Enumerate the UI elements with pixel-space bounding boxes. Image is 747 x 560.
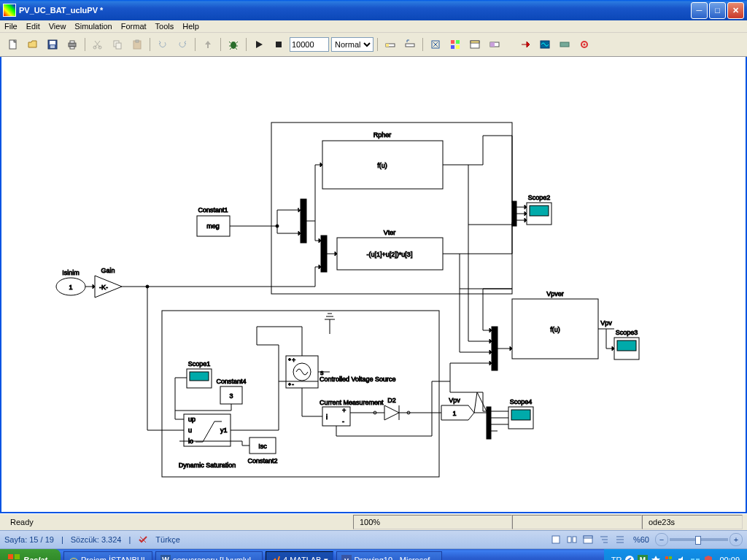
stop-icon (273, 39, 285, 50)
zoom-slider[interactable] (670, 538, 728, 541)
fullscreen-reading-button[interactable] (565, 532, 579, 547)
start-sim-button[interactable] (250, 36, 268, 53)
svg-text:M: M (640, 556, 646, 560)
measurement-button[interactable] (556, 36, 573, 53)
vter-fn: -(u[1]+u[2])*u[3] (367, 251, 413, 258)
start-button[interactable]: Başlat (0, 549, 61, 560)
tray-back-icon[interactable] (624, 555, 635, 560)
svg-rect-91 (669, 556, 672, 559)
svg-text:y1: y1 (220, 427, 228, 434)
red-arrow-icon (519, 39, 531, 50)
svg-point-30 (584, 44, 586, 46)
word-language[interactable]: Türkçe (155, 535, 180, 544)
dynsat-label: Dynamic Saturation (179, 462, 236, 469)
taskbar-item[interactable]: W sonucraporu [Uyumlul... (155, 551, 263, 560)
print-button[interactable] (63, 36, 81, 53)
bug-icon (228, 39, 239, 50)
menu-help[interactable]: Help (182, 22, 199, 31)
powergui-button[interactable] (516, 36, 534, 53)
word-page[interactable]: Sayfa: 15 / 19 (4, 535, 54, 544)
language-indicator[interactable]: TR (611, 556, 622, 560)
visio-icon: V (341, 555, 352, 560)
scope-viewer-button[interactable] (536, 36, 554, 53)
model-explorer-button[interactable] (466, 36, 484, 53)
simulation-mode-select[interactable]: Normal (331, 37, 374, 52)
svg-rect-35 (321, 236, 327, 272)
svg-rect-74 (568, 537, 571, 542)
redo-button[interactable] (174, 36, 191, 53)
svg-text:+: + (342, 407, 346, 414)
vpv2-label: Vpv (449, 397, 460, 404)
update-diagram-button[interactable] (427, 36, 444, 53)
settings-button[interactable] (576, 36, 593, 53)
gear-icon (578, 39, 590, 50)
library-browser-button[interactable] (446, 36, 464, 53)
close-button[interactable]: ✕ (727, 2, 744, 19)
taskbar-item[interactable]: V Drawing10 - Microsof... (336, 551, 441, 560)
minimize-button[interactable]: ─ (691, 2, 708, 19)
svg-text:-: - (342, 418, 344, 425)
new-button[interactable] (4, 36, 22, 53)
open-button[interactable] (24, 36, 42, 53)
undo-button[interactable] (154, 36, 171, 53)
menu-view[interactable]: View (49, 22, 66, 31)
svg-rect-90 (665, 556, 668, 559)
up-level-button[interactable] (199, 36, 217, 53)
maximize-button[interactable]: □ (709, 2, 726, 19)
tray-m-icon[interactable]: M (638, 555, 648, 560)
svg-rect-21 (451, 45, 454, 49)
menu-file[interactable]: File (4, 22, 18, 31)
svg-rect-78 (8, 554, 13, 559)
svg-text:s: s (320, 369, 324, 376)
copy-button[interactable] (109, 36, 126, 53)
scope1-label: Scope1 (188, 360, 211, 368)
menu-edit[interactable]: Edit (26, 22, 40, 31)
cut-button[interactable] (89, 36, 107, 53)
svg-text:i: i (326, 413, 328, 421)
web-layout-button[interactable] (581, 532, 595, 547)
tray-network-icon[interactable] (690, 555, 700, 560)
proofing-icon[interactable] (138, 534, 148, 545)
outline-button[interactable] (597, 532, 611, 547)
tray-star-icon[interactable] (651, 555, 661, 560)
print-layout-button[interactable] (549, 532, 563, 547)
incremental-build-button[interactable] (401, 36, 419, 53)
svg-point-49 (289, 359, 291, 361)
word-zoom[interactable]: %60 (633, 535, 649, 544)
svg-rect-2 (50, 41, 55, 44)
svg-rect-4 (69, 43, 76, 47)
taskbar-item-active[interactable]: 4 MATLAB ▾ (266, 551, 333, 560)
save-button[interactable] (44, 36, 61, 53)
simulation-time-input[interactable] (290, 37, 329, 52)
stop-sim-button[interactable] (270, 36, 287, 53)
paste-button[interactable] (128, 36, 146, 53)
build-button[interactable] (382, 36, 399, 53)
tray-shield-icon[interactable] (703, 555, 713, 560)
tray-flag-icon[interactable] (664, 555, 674, 560)
menu-format[interactable]: Format (121, 22, 147, 31)
system-tray: TR M 00:09 (604, 549, 747, 560)
zoom-in-button[interactable]: + (729, 533, 743, 546)
toggle-button[interactable] (486, 36, 503, 53)
taskbar-item[interactable]: Projem İSTANBUL (63, 551, 152, 560)
model-canvas[interactable]: Rpher f(u) meg Constant1 Vter -(u[1]+u[2… (0, 57, 747, 513)
gain-label: Gain (101, 267, 115, 274)
svg-rect-31 (271, 122, 512, 294)
svg-rect-3 (50, 45, 55, 48)
tray-volume-icon[interactable] (677, 555, 687, 560)
debug-button[interactable] (225, 36, 242, 53)
menu-simulation[interactable]: Simulation (74, 22, 112, 31)
word-wordcount[interactable]: Sözcük: 3.324 (71, 535, 122, 544)
cut-icon (92, 39, 104, 50)
menu-tools[interactable]: Tools (155, 22, 174, 31)
clock[interactable]: 00:09 (719, 556, 740, 560)
svg-rect-22 (456, 45, 460, 49)
toggle-icon (489, 39, 500, 50)
play-icon (253, 39, 265, 50)
up-icon (202, 39, 214, 50)
separator (150, 38, 150, 51)
windows-logo-icon (7, 553, 20, 560)
separator (377, 38, 378, 51)
zoom-out-button[interactable]: − (655, 533, 668, 546)
draft-button[interactable] (613, 532, 627, 547)
